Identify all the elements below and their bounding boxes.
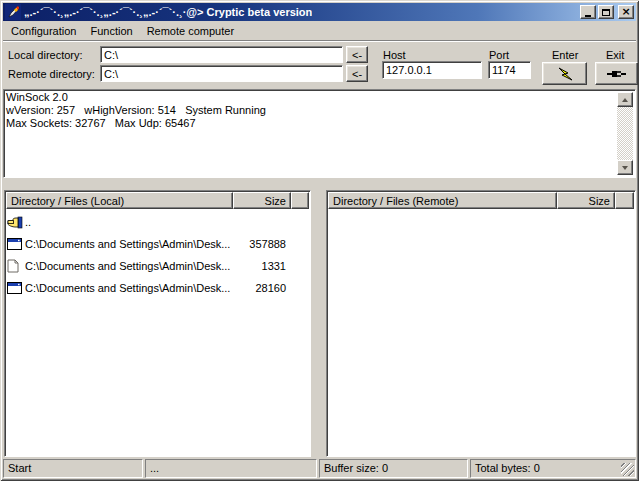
status-pane-start: Start <box>3 459 143 478</box>
status-bar: Start ... Buffer size: 0 Total bytes: 0 <box>3 459 636 478</box>
file-name: .. <box>25 216 232 228</box>
minimize-icon <box>585 15 591 17</box>
local-header-row: Directory / Files (Local) Size <box>6 192 309 209</box>
port-label: Port <box>489 49 509 61</box>
local-name-column-header[interactable]: Directory / Files (Local) <box>6 192 233 209</box>
scroll-down-icon <box>622 166 628 170</box>
close-button[interactable]: × <box>618 5 634 19</box>
file-name: C:\Documents and Settings\Admin\Desk... <box>25 282 232 294</box>
port-input[interactable]: 1174 <box>488 61 531 79</box>
app-window: „.-·´¯`·.¸„.-·´¯`·.¸„.-·´¯`·.¸„.-·´¯`·.¸… <box>0 0 639 481</box>
exit-button[interactable] <box>595 62 638 85</box>
maximize-icon <box>602 9 610 16</box>
enter-button[interactable] <box>542 62 587 85</box>
list-item-file[interactable]: C:\Documents and Settings\Admin\Desk... … <box>5 233 310 255</box>
minimize-button[interactable] <box>580 5 596 19</box>
remote-header-row: Directory / Files (Remote) Size <box>328 192 634 209</box>
remote-directory-input[interactable]: C:\ <box>100 65 343 82</box>
info-scrollbar[interactable] <box>617 92 633 175</box>
menu-configuration[interactable]: Configuration <box>4 23 83 39</box>
maximize-button[interactable] <box>598 5 614 19</box>
local-header-stub <box>291 192 309 209</box>
window-file-icon <box>7 238 25 250</box>
host-input[interactable]: 127.0.0.1 <box>382 61 482 79</box>
up-directory-hand-icon <box>7 216 25 229</box>
back-arrow-icon: <- <box>352 49 362 61</box>
remote-size-column-header[interactable]: Size <box>557 192 615 209</box>
file-name: C:\Documents and Settings\Admin\Desk... <box>25 238 232 250</box>
local-file-list: .. C:\Documents and Settings\Admin\Desk.… <box>5 209 310 299</box>
list-item-file[interactable]: C:\Documents and Settings\Admin\Desk... … <box>5 255 310 277</box>
window-file-icon <box>7 282 25 294</box>
status-pane-progress: ... <box>145 459 317 478</box>
window-title: „.-·´¯`·.¸„.-·´¯`·.¸„.-·´¯`·.¸„.-·´¯`·.¸… <box>24 6 312 18</box>
total-bytes-text: Total bytes: 0 <box>475 462 540 474</box>
enter-label: Enter <box>552 49 578 61</box>
panel-splitter[interactable] <box>311 190 326 457</box>
resize-grip[interactable] <box>621 463 634 476</box>
lightning-icon <box>557 67 573 81</box>
local-files-panel: Directory / Files (Local) Size .. <box>4 190 311 457</box>
title-bar[interactable]: „.-·´¯`·.¸„.-·´¯`·.¸„.-·´¯`·.¸„.-·´¯`·.¸… <box>3 3 636 21</box>
close-icon: × <box>621 6 630 17</box>
list-item-up-directory[interactable]: .. <box>5 211 310 233</box>
file-size: 357888 <box>232 238 290 250</box>
app-icon <box>5 4 21 20</box>
local-directory-back-button[interactable]: <- <box>346 46 368 63</box>
status-pane-total-bytes: Total bytes: 0 <box>470 459 636 478</box>
menu-bar: Configuration Function Remote computer <box>3 21 636 40</box>
winsock-info-box[interactable]: WinSock 2.0 wVersion: 257 wHighVersion: … <box>3 89 636 178</box>
local-directory-label: Local directory: <box>8 49 83 61</box>
status-pane-buffer-size: Buffer size: 0 <box>319 459 468 478</box>
file-size: 28160 <box>232 282 290 294</box>
plug-icon <box>607 68 627 80</box>
file-size: 1331 <box>232 260 290 272</box>
back-arrow-icon: <- <box>352 68 362 80</box>
exit-label: Exit <box>606 49 624 61</box>
remote-name-column-header[interactable]: Directory / Files (Remote) <box>328 192 557 209</box>
file-name: C:\Documents and Settings\Admin\Desk... <box>25 260 232 272</box>
scroll-down-button[interactable] <box>617 160 633 175</box>
remote-header-stub <box>615 192 634 209</box>
winsock-info-text: WinSock 2.0 wVersion: 257 wHighVersion: … <box>4 90 635 131</box>
menu-remote-computer[interactable]: Remote computer <box>140 23 241 39</box>
local-size-column-header[interactable]: Size <box>233 192 291 209</box>
list-item-file[interactable]: C:\Documents and Settings\Admin\Desk... … <box>5 277 310 299</box>
remote-files-panel: Directory / Files (Remote) Size <box>326 190 636 457</box>
connection-form: Local directory: C:\ <- Remote directory… <box>3 40 636 89</box>
menu-function[interactable]: Function <box>83 23 139 39</box>
scroll-up-icon <box>622 98 628 102</box>
remote-directory-label: Remote directory: <box>8 68 95 80</box>
local-directory-input[interactable]: C:\ <box>100 46 343 63</box>
remote-file-list <box>327 209 635 211</box>
scroll-up-button[interactable] <box>617 92 633 107</box>
remote-directory-back-button[interactable]: <- <box>346 65 368 82</box>
host-label: Host <box>383 49 406 61</box>
document-file-icon <box>7 259 25 273</box>
